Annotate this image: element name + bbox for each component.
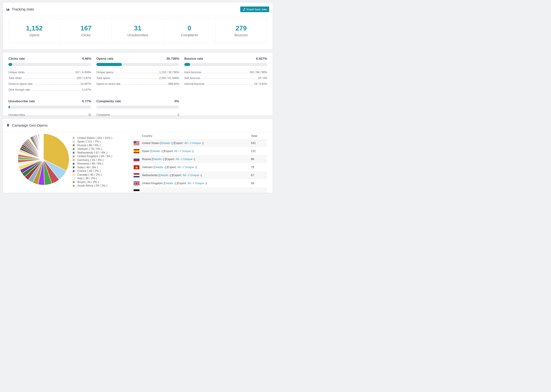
country-cell: Russia [Details ›] [Export: All › / Uniq… — [131, 157, 251, 161]
details-link[interactable]: Details › — [154, 166, 165, 169]
legend-item: India ( 46 / 3% ) — [72, 166, 131, 169]
country-name: Netherlands — [142, 174, 158, 177]
bounce-rate-percent: 6.927% — [256, 57, 267, 61]
geo-table-body: United States [Details ›] [Export: All ›… — [131, 139, 267, 193]
bounce-rate-rows: Hard bounces 242 / 86.738% Soft bounces … — [184, 69, 267, 86]
total-cell: 86 — [251, 158, 267, 161]
clicks-rate-bar — [8, 63, 91, 66]
rate-row-value: 4.147% — [82, 88, 91, 91]
legend-label: Germany ( 55 / 3% ) — [77, 158, 104, 162]
export-unique-link[interactable]: Unique › — [192, 141, 203, 145]
table-row: Vietnam [Details ›] [Export: All › / Uni… — [131, 163, 267, 171]
dotted-leader — [34, 84, 79, 85]
rate-row-value: 242 / 86.738% — [249, 71, 267, 74]
export-unique-link[interactable]: Unique › — [185, 166, 196, 169]
export-unique-link[interactable]: Unique › — [183, 158, 194, 161]
geo-opens-table: Country Total — [131, 133, 267, 193]
legend-label: Brazil ( 33 / 2% ) — [77, 181, 99, 184]
rate-row-label: Opens to clicks rate — [96, 83, 120, 85]
stat-opens: 1,152 Opens — [8, 19, 60, 43]
complaints-rate-block: Complaints rate 0% Complaints 0 — [96, 99, 179, 117]
opens-rate-title: Opens rate — [96, 57, 113, 61]
details-link[interactable]: Details › — [164, 182, 175, 185]
rate-row: Soft bounces 18 / 0% — [184, 75, 267, 81]
export-unique-link[interactable]: Unique › — [195, 182, 206, 185]
geo-opens-content: United States ( 541 / 31% ) Spain ( 121 … — [3, 132, 273, 193]
country-cell: Netherlands [Details ›] [Export: All › /… — [131, 173, 251, 177]
total-cell: 79 — [251, 166, 267, 169]
export-all-link[interactable]: All › — [176, 158, 181, 161]
geo-opens-header: Campaign Geo Opens — [3, 119, 273, 132]
export-button-label: Export basic stats — [247, 8, 267, 11]
stat-unsubscribes-label: Unsubscribes — [127, 33, 148, 37]
export-unique-link[interactable]: Unique › — [182, 149, 193, 153]
export-all-link[interactable]: All › — [188, 182, 192, 185]
details-link[interactable]: Details › — [161, 141, 172, 145]
clicks-rate-title: Clicks rate — [8, 57, 25, 61]
dotted-leader — [112, 79, 158, 79]
stat-clicks: 167 Clicks — [60, 19, 112, 43]
export-all-link[interactable]: All › — [184, 141, 189, 145]
map-pin-icon — [6, 124, 10, 127]
details-link[interactable]: Details › — [151, 149, 162, 153]
clicks-rate-percent: 4.46% — [82, 57, 91, 61]
rate-row-label: Unique opens — [96, 71, 113, 74]
legend-item: Netherlands ( 67 / 4% ) — [72, 151, 131, 155]
bounce-rate-bar — [184, 63, 267, 66]
geo-opens-title-wrap: Campaign Geo Opens — [6, 123, 48, 127]
legend-label: Russia ( 86 / 5% ) — [77, 144, 100, 147]
rate-row-label: Unsubscribes — [8, 113, 25, 117]
geo-opens-title: Campaign Geo Opens — [12, 123, 48, 127]
netherlands-flag — [134, 173, 140, 177]
legend-item: Brazil ( 33 / 2% ) — [72, 180, 131, 184]
country-cell: United Kingdom [Details ›] [Export: All … — [131, 181, 251, 185]
export-all-link[interactable]: All › — [174, 149, 179, 153]
rate-row-label: Internal bounces — [184, 83, 205, 85]
legend-item: United States ( 541 / 31% ) — [72, 136, 131, 140]
country-name: United States — [142, 141, 160, 145]
total-cell: 121 — [251, 149, 267, 153]
unsubscribe-rate-rows: Unsubscribes 31 — [8, 112, 91, 117]
complaints-rate-percent: 0% — [175, 99, 179, 103]
legend-label: Canada ( 40 / 2% ) — [77, 173, 102, 176]
legend-swatch — [72, 166, 75, 169]
opens-rate-percent: 30.736% — [166, 57, 179, 61]
details-link[interactable]: Details › — [152, 158, 163, 161]
export-basic-stats-button[interactable]: Export basic stats — [240, 7, 269, 12]
legend-swatch — [72, 159, 75, 161]
stat-clicks-value: 167 — [80, 25, 92, 32]
bounce-rate-bar-fill — [184, 63, 190, 66]
russia-flag — [134, 157, 140, 161]
stat-unsubscribes-value: 31 — [134, 25, 141, 32]
country-name: Vietnam — [142, 166, 154, 169]
rates-card: Clicks rate 4.46% Unique clicks 167 / 4.… — [3, 53, 273, 116]
stat-complaints-value: 0 — [188, 25, 191, 32]
details-link[interactable]: Details › — [159, 174, 170, 177]
rates-empty-cell — [184, 99, 267, 117]
export-all-link[interactable]: All › — [177, 166, 182, 169]
rate-row: Total clicks 220 / 5.87% — [8, 75, 91, 81]
clicks-rate-rows: Unique clicks 167 / 4.456% Total clicks … — [8, 69, 91, 92]
tracking-stats-title: Tracking stats — [6, 7, 34, 11]
table-row: Netherlands [Details ›] [Export: All › /… — [131, 171, 267, 179]
legend-swatch — [72, 144, 75, 147]
rate-row-value: 2,303 / 61.446% — [159, 77, 179, 80]
legend-swatch — [72, 177, 75, 180]
bounce-rate-block: Bounce rate 6.927% Hard bounces 242 / 86… — [184, 57, 267, 92]
stat-opens-label: Opens — [29, 33, 39, 37]
stat-bounces-value: 279 — [236, 25, 247, 32]
vietnam-flag — [134, 165, 140, 169]
export-all-link[interactable]: All › — [182, 174, 187, 177]
legend-item: Russia ( 86 / 5% ) — [72, 143, 131, 147]
legend-swatch — [72, 155, 75, 158]
dotted-leader — [206, 84, 253, 85]
country-name: Russia — [142, 158, 152, 161]
legend-item: Canada ( 40 / 2% ) — [72, 173, 131, 177]
export-unique-link[interactable]: Unique › — [190, 174, 201, 177]
legend-label: Romania ( 49 / 3% ) — [77, 162, 103, 165]
clicks-rate-block: Clicks rate 4.46% Unique clicks 167 / 4.… — [8, 57, 91, 92]
rate-row-label: Click through rate — [8, 88, 30, 91]
table-row: Spain [Details ›] [Export: All › / Uniqu… — [131, 147, 267, 155]
unsubscribe-rate-title: Unsubscribe rate — [8, 99, 35, 103]
legend-item: Italy ( 36 / 2% ) — [72, 177, 131, 181]
